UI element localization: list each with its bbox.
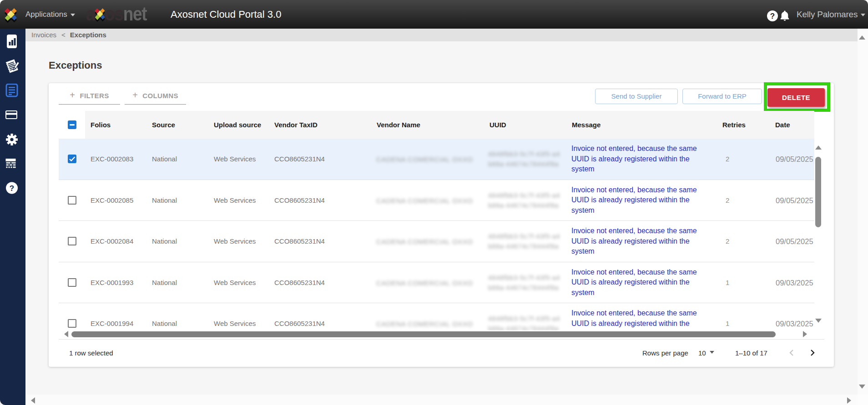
svg-text:?: ?: [10, 184, 14, 193]
